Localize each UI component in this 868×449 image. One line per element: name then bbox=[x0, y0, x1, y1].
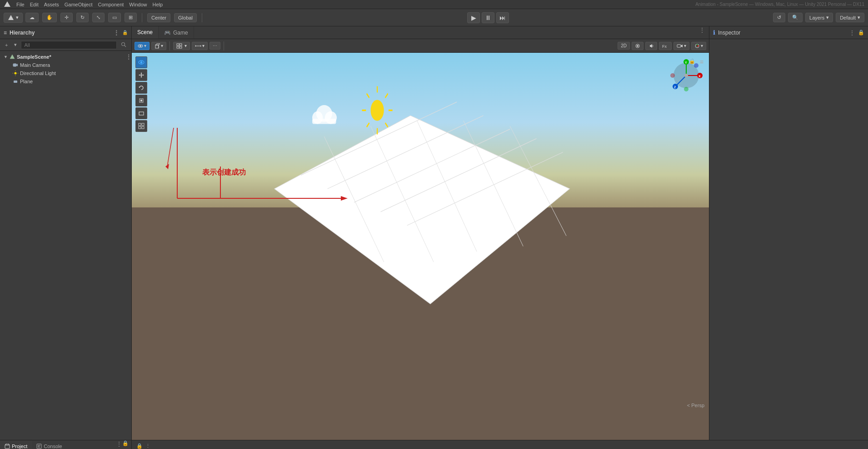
rotate-tool-btn[interactable]: ↻ bbox=[76, 13, 89, 22]
toolbar-right: ↺ 🔍 Layers ▾ Default ▾ bbox=[773, 13, 864, 22]
hierarchy-lock[interactable]: 🔒 bbox=[122, 30, 128, 35]
lighting-btn[interactable] bbox=[632, 42, 644, 50]
inspector-title: Inspector bbox=[718, 30, 740, 36]
hand-tool-btn[interactable]: ✋ bbox=[42, 13, 57, 22]
layers-dropdown[interactable]: Layers ▾ bbox=[805, 13, 833, 22]
scene-cam-icon bbox=[677, 43, 683, 49]
svg-rect-68 bbox=[140, 100, 142, 101]
eye-icon bbox=[138, 43, 143, 49]
hierarchy-menu-btn[interactable]: ⋮ bbox=[113, 29, 120, 36]
console-tab[interactable]: Console bbox=[32, 440, 66, 449]
menu-edit[interactable]: Edit bbox=[30, 2, 39, 7]
sky-background bbox=[132, 53, 709, 227]
project-tab[interactable]: Project bbox=[0, 440, 32, 449]
view-tabs-menu[interactable]: ⋮ bbox=[699, 26, 705, 39]
scale-tool-btn[interactable]: ⤡ bbox=[92, 13, 105, 22]
viewport-move-btn[interactable] bbox=[135, 69, 147, 81]
project-panel: Project Console ⋮ 🔒 + ▾ ▼ ★ bbox=[0, 440, 132, 449]
hierarchy-search-icon[interactable] bbox=[119, 41, 129, 49]
viewport-scale-icon bbox=[138, 97, 145, 104]
audio-btn[interactable] bbox=[645, 42, 657, 50]
menu-component[interactable]: Component bbox=[98, 2, 124, 7]
plane-icon bbox=[13, 79, 18, 84]
play-btn[interactable]: ▶ bbox=[467, 12, 480, 23]
search-btn[interactable]: 🔍 bbox=[788, 13, 803, 22]
plane-label: Plane bbox=[20, 79, 33, 84]
cloud-icon: ☁ bbox=[30, 15, 35, 20]
main-layout: ≡ Hierarchy ⋮ 🔒 + ▾ ▼ SampleS bbox=[0, 26, 868, 440]
hierarchy-dropdown-btn[interactable]: ▾ bbox=[12, 41, 19, 49]
snap-settings-btn[interactable]: ▾ bbox=[192, 42, 208, 50]
viewport-eye-btn[interactable] bbox=[135, 56, 147, 68]
viewport-transform-btn[interactable] bbox=[135, 120, 147, 132]
gizmo-lock[interactable]: 🔒 bbox=[689, 58, 695, 64]
scene-divider1 bbox=[170, 41, 170, 50]
menu-file[interactable]: File bbox=[16, 2, 25, 7]
project-panel-menu[interactable]: ⋮ bbox=[116, 440, 122, 449]
menu-bar: File Edit Assets GameObject Component Wi… bbox=[0, 0, 868, 9]
gizmo-menu[interactable]: ≡ bbox=[700, 58, 703, 66]
assets-more-btn[interactable]: ⋮ bbox=[145, 443, 150, 449]
fx-btn[interactable]: Fx bbox=[659, 42, 672, 50]
view-mode-btn[interactable]: ▾ bbox=[135, 42, 150, 50]
hierarchy-add-btn[interactable]: + bbox=[3, 41, 10, 49]
layers-label: Layers bbox=[809, 15, 824, 20]
scene-camera-btn[interactable]: ▾ bbox=[673, 42, 689, 50]
grid-snap-btn[interactable]: ▾ bbox=[173, 42, 190, 50]
step-btn[interactable]: ⏭ bbox=[496, 12, 509, 23]
toolbar-left: ▾ ☁ bbox=[4, 13, 39, 23]
scene-gizmo[interactable]: Y X Z ≡ bbox=[668, 57, 704, 94]
ground-background bbox=[132, 207, 709, 440]
project-panel-lock[interactable]: 🔒 bbox=[122, 440, 129, 449]
pause-btn[interactable]: ⏸ bbox=[482, 12, 494, 23]
move-tool-btn[interactable]: ✛ bbox=[60, 13, 73, 22]
hierarchy-item-main-camera[interactable]: Main Camera bbox=[0, 61, 131, 69]
svg-rect-73 bbox=[142, 126, 144, 129]
viewport-transform-icon bbox=[138, 123, 145, 129]
cloud-btn[interactable]: ☁ bbox=[25, 13, 39, 22]
inspector-lock-btn[interactable]: 🔒 bbox=[858, 30, 864, 35]
assets-lock-icon[interactable]: 🔒 bbox=[136, 443, 143, 449]
viewport-rect-icon bbox=[138, 110, 145, 116]
scene-menu-btn[interactable]: ⋮ bbox=[126, 54, 131, 60]
viewport[interactable]: Y X Z ≡ bbox=[132, 53, 709, 440]
toolbar-more-btn[interactable]: ⋯ bbox=[210, 42, 220, 50]
layout-dropdown[interactable]: Default ▾ bbox=[836, 13, 864, 22]
viewport-scale-btn[interactable] bbox=[135, 95, 147, 106]
svg-rect-71 bbox=[142, 123, 144, 126]
scene-root-item[interactable]: ▼ SampleScene* ⋮ bbox=[0, 53, 131, 61]
game-tab[interactable]: 🎮 Game bbox=[159, 26, 194, 39]
svg-marker-64 bbox=[139, 75, 140, 76]
pivot-btn[interactable]: Center bbox=[147, 13, 170, 22]
svg-text:Y: Y bbox=[685, 61, 687, 64]
rect-tool-btn[interactable]: ▭ bbox=[108, 13, 121, 22]
menu-window[interactable]: Window bbox=[129, 2, 147, 7]
scene-toolbar: ▾ ▾ ▾ bbox=[132, 39, 709, 53]
svg-rect-72 bbox=[139, 126, 141, 129]
rotate-icon: ↻ bbox=[80, 15, 85, 20]
view-tabs: Scene 🎮 Game ⋮ bbox=[132, 26, 709, 39]
menu-gameobject[interactable]: GameObject bbox=[65, 2, 93, 7]
inspector-menu-btn[interactable]: ⋮ bbox=[849, 29, 855, 36]
svg-marker-96 bbox=[5, 444, 10, 445]
viewport-rotate-btn[interactable] bbox=[135, 82, 147, 94]
transform-tool-btn[interactable]: ⊞ bbox=[125, 13, 137, 22]
menu-help[interactable]: Help bbox=[152, 2, 163, 7]
gizmo-menu-btn[interactable]: ▾ bbox=[691, 42, 706, 50]
hierarchy-item-directional-light[interactable]: Directional Light bbox=[0, 69, 131, 77]
viewport-rect-btn[interactable] bbox=[135, 107, 147, 119]
menu-assets[interactable]: Assets bbox=[44, 2, 59, 7]
hierarchy-search[interactable] bbox=[21, 41, 117, 49]
unity-account-btn[interactable]: ▾ bbox=[4, 13, 23, 23]
hierarchy-item-plane[interactable]: Plane bbox=[0, 77, 131, 86]
undo-btn[interactable]: ↺ bbox=[773, 13, 785, 22]
scene-tab[interactable]: Scene bbox=[132, 26, 159, 39]
render-mode-btn[interactable]: ▾ bbox=[151, 42, 166, 50]
2d-btn[interactable]: 2D bbox=[618, 42, 630, 50]
svg-point-26 bbox=[637, 45, 639, 47]
scale-icon: ⤡ bbox=[96, 15, 100, 20]
svg-marker-16 bbox=[155, 44, 160, 45]
svg-marker-27 bbox=[650, 44, 652, 48]
svg-point-87 bbox=[684, 74, 688, 77]
global-btn[interactable]: Global bbox=[174, 13, 197, 22]
